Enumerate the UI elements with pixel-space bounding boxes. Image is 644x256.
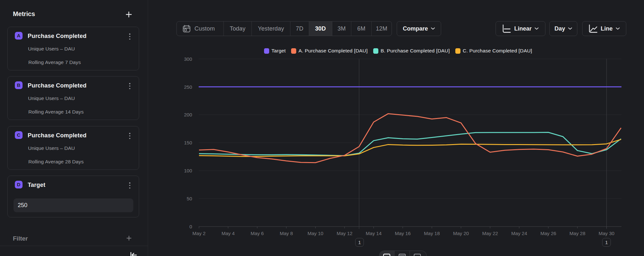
svg-text:May 12: May 12 [336, 231, 352, 236]
svg-text:May 4: May 4 [222, 231, 235, 236]
svg-text:May 2: May 2 [193, 231, 206, 236]
svg-text:0: 0 [189, 224, 192, 229]
svg-text:May 22: May 22 [482, 231, 498, 236]
svg-text:300: 300 [184, 56, 192, 62]
svg-text:May 30: May 30 [599, 231, 614, 236]
svg-text:100: 100 [184, 168, 192, 173]
svg-text:May 24: May 24 [511, 231, 527, 236]
svg-text:May 18: May 18 [424, 231, 440, 236]
svg-text:May 20: May 20 [453, 231, 469, 236]
svg-text:150: 150 [184, 140, 192, 145]
svg-text:May 28: May 28 [570, 231, 585, 236]
svg-text:May 8: May 8 [280, 231, 293, 236]
svg-text:May 26: May 26 [540, 231, 556, 236]
svg-text:250: 250 [184, 84, 192, 90]
svg-text:May 10: May 10 [308, 231, 323, 236]
svg-text:May 16: May 16 [395, 231, 411, 236]
svg-text:May 6: May 6 [251, 231, 264, 236]
svg-text:May 14: May 14 [366, 231, 382, 236]
svg-text:50: 50 [187, 196, 192, 201]
svg-text:200: 200 [184, 112, 192, 117]
